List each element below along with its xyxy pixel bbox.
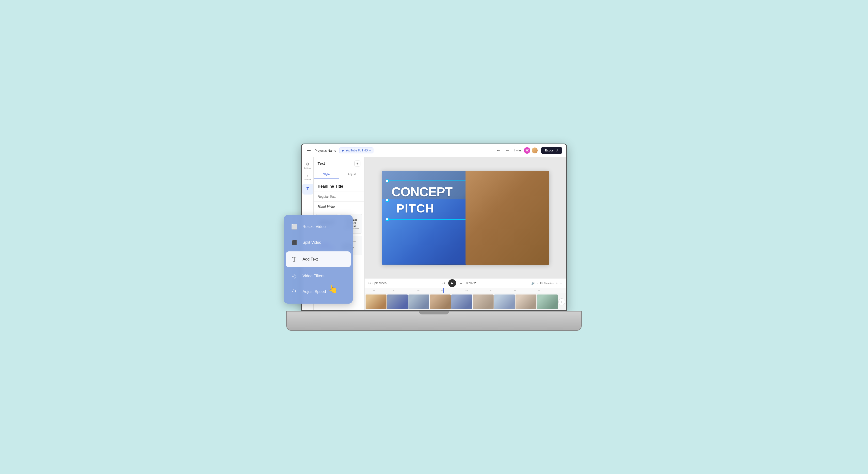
ruler-tick-45: 45: [466, 289, 468, 292]
ruler-tick-25: 25: [373, 289, 375, 292]
split-video-button[interactable]: ✂ Split Video: [369, 282, 386, 285]
laptop-base: [286, 311, 582, 331]
playhead[interactable]: [443, 288, 443, 293]
handle-top-left[interactable]: [386, 179, 389, 182]
timeline-right: 🔊 − Fit Timeline + 〰: [531, 282, 562, 285]
skip-back-button[interactable]: ⏮: [440, 280, 446, 286]
user-avatars: SK: [524, 147, 538, 154]
canvas-viewport[interactable]: CONCEPT PITCH: [365, 157, 566, 278]
menu-split-video[interactable]: ⬛ Split Video: [284, 235, 353, 250]
track-thumb-2: [387, 295, 408, 309]
style-regular[interactable]: Regular Text: [314, 192, 364, 202]
timeline-ruler: 25 30 35 40 45 50 55 60: [365, 288, 566, 293]
export-label: Export: [545, 149, 554, 152]
track-thumb-8: [516, 295, 536, 309]
laptop-hinge: [419, 312, 449, 315]
volume-icon[interactable]: 🔊: [531, 282, 535, 285]
filters-label: Video Filters: [303, 274, 324, 278]
zoom-in-icon[interactable]: +: [556, 282, 558, 285]
project-name[interactable]: Project's Name: [315, 149, 336, 152]
menu-video-filters[interactable]: ◎ Video Filters: [284, 268, 353, 284]
resize-label: Resize Video: [303, 225, 326, 229]
invite-button[interactable]: Invite: [514, 149, 521, 152]
track-thumb-5: [451, 295, 472, 309]
play-button[interactable]: ▶: [448, 279, 456, 287]
upload-icon: ↑: [307, 174, 309, 178]
add-text-icon: T: [290, 255, 299, 264]
avatar-photo: [531, 147, 538, 154]
ruler-tick-55: 55: [514, 289, 516, 292]
top-bar-right: ↩ ↪ Invite SK Export ↗: [495, 147, 562, 154]
export-button[interactable]: Export ↗: [541, 147, 562, 154]
speed-label: Adjust Speed: [303, 290, 326, 294]
format-chevron: ▾: [369, 149, 371, 152]
filters-icon: ◎: [290, 272, 299, 280]
panel-header: Text +: [314, 157, 364, 170]
split-label: Split Video: [372, 282, 386, 285]
tab-style[interactable]: Style: [314, 170, 339, 179]
tab-adjust[interactable]: Adjust: [339, 170, 364, 179]
top-bar: Project's Name ▶ YouTube Full HD ▾ ↩ ↪ I…: [302, 144, 566, 157]
timeline-area: ✂ Split Video ⏮ ▶ ⏭ 00:02:23 🔊: [365, 278, 566, 310]
skip-forward-button[interactable]: ⏭: [458, 280, 464, 286]
export-icon: ↗: [556, 149, 558, 152]
undo-button[interactable]: ↩: [495, 147, 502, 154]
sidebar-settings[interactable]: ⚙ Settings: [302, 160, 313, 171]
hamburger-menu[interactable]: [306, 148, 312, 153]
time-display: 00:02:23: [466, 282, 477, 285]
video-canvas[interactable]: CONCEPT PITCH: [382, 171, 549, 265]
cursor-hand: 👆: [328, 284, 339, 294]
person-area: [466, 171, 549, 265]
track-thumb-4: [430, 295, 451, 309]
split-icon: ✂: [369, 282, 371, 285]
ruler-tick-35: 35: [417, 289, 420, 292]
handle-mid-left[interactable]: [386, 199, 389, 202]
panel-add-button[interactable]: +: [354, 160, 361, 167]
ruler-tick-50: 50: [490, 289, 492, 292]
menu-add-text[interactable]: T Add Text: [286, 251, 351, 267]
add-track-button[interactable]: +: [558, 298, 565, 305]
redo-button[interactable]: ↪: [504, 147, 511, 154]
split-icon-menu: ⬛: [290, 238, 299, 247]
timeline-track[interactable]: +: [365, 293, 566, 310]
panel-title: Text: [317, 161, 325, 166]
settings-icon: ⚙: [306, 162, 309, 167]
menu-adjust-speed[interactable]: ⏱ Adjust Speed: [284, 284, 353, 300]
regular-label: Regular Text: [317, 195, 336, 199]
track-thumb-3: [408, 295, 429, 309]
track-thumb-9: [537, 295, 558, 309]
menu-resize-video[interactable]: ⬜ Resize Video: [284, 219, 353, 235]
sidebar-text-active[interactable]: T: [302, 184, 313, 195]
playback-controls: ⏮ ▶ ⏭ 00:02:23: [440, 279, 477, 287]
speed-icon: ⏱: [290, 287, 299, 296]
waveform-icon[interactable]: 〰: [560, 282, 562, 285]
style-headline[interactable]: Headline Title: [314, 181, 364, 192]
zoom-out-icon[interactable]: −: [537, 282, 538, 285]
ruler-tick-60: 60: [538, 289, 540, 292]
undo-redo-group: ↩ ↪: [495, 147, 511, 154]
sidebar-upload[interactable]: ↑ Upload: [302, 172, 313, 183]
headline-label: Headline Title: [317, 184, 343, 188]
split-label-menu: Split Video: [303, 240, 321, 245]
resize-icon: ⬜: [290, 223, 299, 231]
text-icon: T: [307, 187, 309, 191]
add-text-label: Add Text: [303, 257, 318, 262]
handwrite-label: Hand Write: [317, 205, 335, 209]
panel-tabs: Style Adjust: [314, 170, 364, 179]
track-thumb-1: [366, 295, 386, 309]
track-thumb-6: [473, 295, 494, 309]
canvas-area: CONCEPT PITCH: [365, 157, 566, 310]
style-handwrite[interactable]: Hand Write: [314, 202, 364, 212]
floating-menu: ⬜ Resize Video ⬛ Split Video T Add Text …: [284, 215, 353, 304]
track-thumb-7: [494, 295, 515, 309]
format-label: YouTube Full HD: [346, 149, 368, 152]
fit-timeline-label[interactable]: Fit Timeline: [540, 282, 554, 285]
timeline-controls: ✂ Split Video ⏮ ▶ ⏭ 00:02:23 🔊: [365, 278, 566, 288]
ruler-tick-30: 30: [393, 289, 395, 292]
handle-bottom-left[interactable]: [386, 218, 389, 221]
avatar-sk: SK: [524, 147, 530, 154]
format-icon: ▶: [342, 149, 344, 152]
format-badge[interactable]: ▶ YouTube Full HD ▾: [339, 148, 374, 153]
